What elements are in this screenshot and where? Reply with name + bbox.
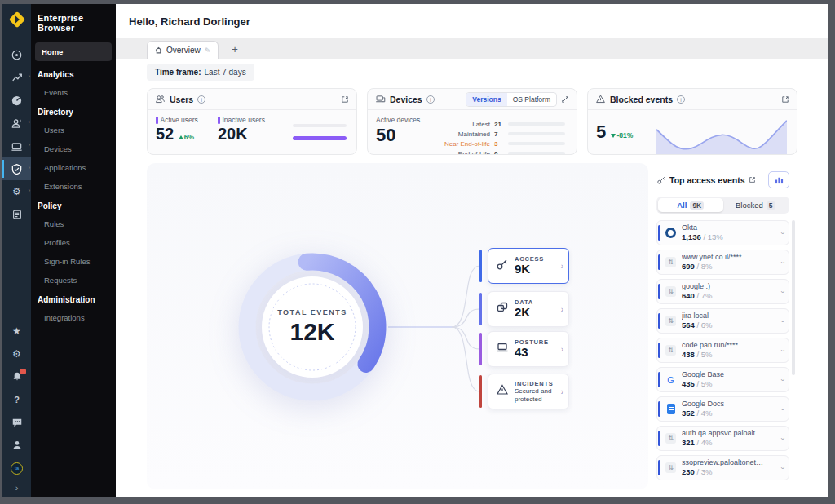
sidebar-item-sign-in-rules[interactable]: Sign-in Rules [31, 252, 116, 271]
sidebar-item-applications[interactable]: Applications [31, 158, 116, 177]
total-events-donut[interactable]: TOTAL EVENTS 12K [231, 245, 394, 409]
external-link-icon[interactable] [781, 95, 789, 104]
chat-icon[interactable] [2, 411, 31, 434]
sidebar-item-devices[interactable]: Devices [31, 139, 116, 158]
access-event-row[interactable]: ⇅code.pan.run/****438 / 5%› [656, 338, 789, 363]
scrollbar-thumb[interactable] [792, 220, 795, 375]
chart-view-button[interactable] [768, 171, 789, 188]
sidebar-item-requests[interactable]: Requests [31, 271, 116, 290]
branch-note: Secured and protected [515, 387, 555, 403]
access-event-name: Okta [682, 223, 723, 232]
add-tab-button[interactable]: + [228, 43, 241, 59]
top-access-list: Okta1,136 / 13%›⇅www.ynet.co.il/****699 … [656, 220, 789, 480]
external-link-icon[interactable] [561, 95, 569, 104]
chevron-down-icon[interactable]: › [779, 290, 787, 293]
access-event-row[interactable]: ⇅ssopreview.paloaltonetworks....230 / 3%… [656, 455, 789, 480]
generic-favicon-icon: ⇅ [665, 257, 677, 267]
key-icon [656, 175, 666, 185]
access-event-name: google :) [682, 282, 713, 291]
sidebar-item-rules[interactable]: Rules [31, 214, 116, 233]
avatar[interactable]: ta [2, 457, 31, 480]
stat-cards-row: Users Active users 52 6% Inactive users … [147, 88, 814, 155]
users-icon [155, 94, 166, 104]
external-link-icon[interactable] [749, 176, 756, 183]
access-event-row[interactable]: ⇅google :)640 / 7%› [656, 279, 789, 304]
sidebar-item-home[interactable]: Home [35, 42, 112, 61]
sidebar-section-directory[interactable]: Directory [31, 102, 116, 121]
branch-card-data[interactable]: DATA2K› [488, 291, 569, 327]
bell-icon[interactable] [2, 365, 31, 388]
access-event-row[interactable]: Okta1,136 / 13%› [656, 220, 789, 245]
gauge-icon[interactable] [2, 89, 31, 112]
chevron-down-icon[interactable]: › [779, 320, 787, 322]
inactive-users-stat: Inactive users 20K [218, 116, 278, 144]
chevron-down-icon[interactable]: › [779, 378, 787, 381]
brand-logo-icon[interactable] [8, 11, 26, 29]
donut-label: TOTAL EVENTS [277, 308, 347, 316]
access-event-value: 435 / 5% [682, 379, 724, 389]
key-icon [496, 258, 509, 274]
chevron-down-icon[interactable]: › [779, 408, 787, 410]
sidebar-section-analytics[interactable]: Analytics [31, 64, 116, 83]
sidebar-section-policy[interactable]: Policy [31, 196, 116, 214]
timeframe-chip[interactable]: Time frame: Last 7 days [147, 64, 254, 81]
chevron-down-icon[interactable]: › [779, 437, 787, 440]
toggle-versions[interactable]: Versions [466, 93, 506, 106]
branch-card-incidents[interactable]: INCIDENTSSecured and protected› [488, 374, 569, 409]
tab-all[interactable]: All 9K [658, 198, 723, 212]
chevron-right-icon: › [561, 305, 563, 314]
access-event-row[interactable]: GGoogle Base435 / 5%› [656, 367, 789, 392]
chevron-right-icon: › [561, 345, 563, 354]
toggle-os-platform[interactable]: OS Platform [507, 93, 556, 106]
bar-chart-icon [775, 175, 784, 184]
sidebar-item-integrations[interactable]: Integrations [31, 308, 116, 327]
active-users-value: 52 6% [156, 124, 218, 144]
person-icon[interactable] [2, 434, 31, 457]
info-icon[interactable] [677, 95, 685, 104]
radar-icon[interactable] [2, 43, 31, 66]
info-icon[interactable] [197, 95, 205, 104]
tab-overview[interactable]: Overview ✎ [147, 41, 219, 59]
branch-card-access[interactable]: ACCESS9K› [488, 248, 569, 284]
chevron-down-icon[interactable]: › [779, 261, 787, 263]
edit-tab-icon[interactable]: ✎ [205, 46, 211, 55]
branch-label: INCIDENTS [515, 380, 555, 387]
access-event-value: 564 / 6% [682, 321, 713, 330]
chevron-down-icon[interactable]: › [779, 466, 787, 469]
access-event-name: auth.qa.appsvc.paloaltonetwo... [682, 429, 767, 438]
shield-check-icon[interactable]: › [2, 157, 31, 180]
star-icon[interactable]: ★ [2, 320, 31, 343]
active-users-label: Active users [156, 116, 218, 124]
blocked-card-body: 5 -81% [588, 110, 797, 155]
access-event-row[interactable]: ⇅auth.qa.appsvc.paloaltonetwo...321 / 4%… [656, 426, 789, 451]
chevron-down-icon[interactable]: › [779, 232, 787, 234]
settings-icon[interactable]: ⚙ [2, 343, 31, 365]
trend-icon[interactable]: › [2, 66, 31, 89]
sidebar-item-profiles[interactable]: Profiles [31, 233, 116, 252]
access-event-row[interactable]: Google Docs352 / 4%› [656, 396, 789, 422]
branch-value: 2K [515, 306, 533, 320]
access-event-row[interactable]: ⇅www.ynet.co.il/****699 / 8%› [656, 250, 789, 275]
gear-icon[interactable]: ⚙ › [2, 180, 31, 203]
sidebar-section-administration[interactable]: Administration [31, 290, 116, 308]
sidebar-item-events[interactable]: Events [31, 83, 116, 102]
branch-card-posture[interactable]: POSTURE43› [488, 331, 569, 367]
user-alert-icon[interactable]: › [2, 112, 31, 135]
device-icon[interactable]: › [2, 135, 31, 157]
notes-icon[interactable] [2, 203, 31, 226]
sidebar-item-extensions[interactable]: Extensions [31, 177, 116, 196]
sidebar-item-users[interactable]: Users [31, 121, 116, 139]
device-version-row: Near End-of-life3 [431, 139, 568, 148]
access-event-name: www.ynet.co.il/**** [682, 253, 742, 262]
users-card-header: Users [148, 89, 356, 110]
info-icon[interactable] [426, 95, 435, 104]
help-icon[interactable]: ? [2, 388, 31, 411]
device-row-bar [508, 122, 565, 126]
tab-blocked[interactable]: Blocked 5 [723, 198, 789, 212]
chevron-down-icon[interactable]: › [779, 349, 787, 351]
access-event-row[interactable]: ⇅jira local564 / 6%› [656, 308, 789, 334]
devices-card-body: Active devices 50 Latest21Maintained7Nea… [368, 110, 577, 155]
external-link-icon[interactable] [341, 95, 349, 104]
collapse-rail-icon[interactable]: › [15, 483, 19, 493]
chevron-right-icon: › [29, 165, 30, 170]
